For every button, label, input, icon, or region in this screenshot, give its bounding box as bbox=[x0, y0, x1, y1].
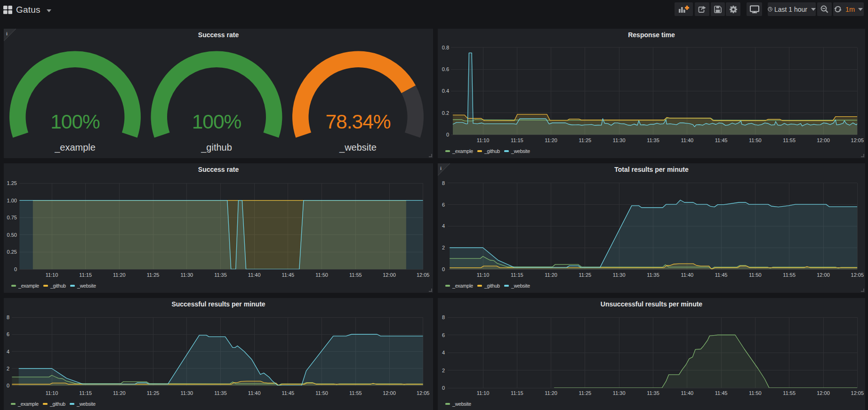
svg-text:_example: _example bbox=[54, 142, 96, 153]
svg-text:11:30: 11:30 bbox=[180, 390, 193, 396]
svg-text:1.25: 1.25 bbox=[7, 180, 17, 186]
svg-text:4: 4 bbox=[7, 349, 9, 354]
svg-text:0: 0 bbox=[14, 266, 17, 272]
svg-text:11:15: 11:15 bbox=[79, 390, 92, 396]
svg-text:11:20: 11:20 bbox=[545, 272, 557, 278]
svg-text:11:45: 11:45 bbox=[715, 390, 728, 396]
svg-text:11:55: 11:55 bbox=[783, 137, 796, 143]
svg-text:4: 4 bbox=[442, 223, 445, 229]
svg-text:11:40: 11:40 bbox=[681, 272, 693, 278]
svg-text:11:10: 11:10 bbox=[477, 390, 490, 396]
svg-text:11:35: 11:35 bbox=[647, 272, 659, 278]
svg-text:11:45: 11:45 bbox=[282, 272, 295, 278]
svg-text:0.50: 0.50 bbox=[7, 232, 17, 238]
svg-text:11:15: 11:15 bbox=[79, 272, 92, 278]
svg-text:11:15: 11:15 bbox=[511, 137, 523, 143]
svg-text:8: 8 bbox=[7, 314, 9, 320]
svg-text:12:05: 12:05 bbox=[417, 390, 430, 396]
svg-text:11:30: 11:30 bbox=[613, 272, 626, 278]
svg-text:12:00: 12:00 bbox=[383, 272, 396, 278]
svg-text:8: 8 bbox=[442, 180, 445, 186]
svg-text:11:55: 11:55 bbox=[783, 272, 796, 278]
svg-text:100%: 100% bbox=[192, 111, 241, 133]
svg-text:2: 2 bbox=[7, 366, 9, 371]
svg-text:6: 6 bbox=[442, 332, 445, 338]
svg-text:11:25: 11:25 bbox=[147, 272, 160, 278]
svg-text:11:10: 11:10 bbox=[46, 390, 58, 396]
svg-text:100%: 100% bbox=[50, 111, 100, 133]
svg-text:11:20: 11:20 bbox=[113, 390, 126, 396]
svg-text:0.6: 0.6 bbox=[442, 66, 449, 72]
svg-text:12:05: 12:05 bbox=[851, 137, 864, 143]
svg-text:6: 6 bbox=[7, 331, 9, 337]
svg-text:0: 0 bbox=[446, 132, 449, 137]
svg-text:_github: _github bbox=[201, 142, 232, 153]
svg-text:12:00: 12:00 bbox=[383, 390, 396, 396]
svg-text:11:20: 11:20 bbox=[113, 272, 126, 278]
svg-text:11:25: 11:25 bbox=[579, 390, 592, 396]
svg-text:11:35: 11:35 bbox=[647, 137, 659, 143]
svg-text:12:05: 12:05 bbox=[851, 390, 864, 396]
svg-text:11:25: 11:25 bbox=[147, 390, 160, 396]
svg-text:11:20: 11:20 bbox=[545, 137, 557, 143]
svg-text:0.2: 0.2 bbox=[442, 110, 449, 116]
svg-text:12:00: 12:00 bbox=[817, 390, 830, 396]
svg-text:11:10: 11:10 bbox=[477, 137, 490, 143]
svg-text:4: 4 bbox=[442, 350, 445, 355]
svg-text:11:50: 11:50 bbox=[749, 390, 762, 396]
svg-text:11:50: 11:50 bbox=[749, 272, 762, 278]
svg-text:11:30: 11:30 bbox=[613, 390, 626, 396]
svg-text:2: 2 bbox=[442, 245, 445, 250]
svg-text:11:15: 11:15 bbox=[511, 272, 523, 278]
svg-text:11:40: 11:40 bbox=[248, 390, 261, 396]
svg-text:0.4: 0.4 bbox=[442, 88, 449, 94]
svg-text:8: 8 bbox=[442, 314, 445, 320]
svg-text:78.34%: 78.34% bbox=[325, 111, 390, 133]
svg-text:_website: _website bbox=[339, 142, 377, 153]
svg-text:11:50: 11:50 bbox=[315, 390, 328, 396]
svg-text:11:35: 11:35 bbox=[647, 390, 659, 396]
svg-text:12:05: 12:05 bbox=[417, 272, 430, 278]
svg-text:11:15: 11:15 bbox=[511, 390, 523, 396]
svg-text:11:25: 11:25 bbox=[579, 137, 592, 143]
svg-text:12:00: 12:00 bbox=[817, 137, 830, 143]
svg-text:1.00: 1.00 bbox=[7, 198, 17, 203]
svg-text:0: 0 bbox=[442, 385, 445, 391]
svg-text:11:35: 11:35 bbox=[214, 272, 227, 278]
svg-text:11:30: 11:30 bbox=[613, 137, 626, 143]
svg-text:11:55: 11:55 bbox=[783, 390, 796, 396]
svg-text:11:10: 11:10 bbox=[46, 272, 58, 278]
svg-text:0.8: 0.8 bbox=[442, 45, 449, 50]
svg-text:11:30: 11:30 bbox=[180, 272, 193, 278]
svg-text:0: 0 bbox=[442, 266, 445, 272]
svg-text:11:40: 11:40 bbox=[681, 390, 693, 396]
svg-text:11:55: 11:55 bbox=[349, 390, 362, 396]
svg-text:11:45: 11:45 bbox=[715, 272, 728, 278]
svg-text:0.75: 0.75 bbox=[7, 215, 17, 220]
svg-text:11:10: 11:10 bbox=[477, 272, 490, 278]
svg-text:11:50: 11:50 bbox=[749, 137, 762, 143]
svg-text:0.25: 0.25 bbox=[7, 249, 17, 255]
svg-text:11:55: 11:55 bbox=[349, 272, 362, 278]
svg-text:12:05: 12:05 bbox=[851, 272, 864, 278]
svg-text:12:00: 12:00 bbox=[817, 272, 830, 278]
svg-text:0: 0 bbox=[7, 383, 9, 388]
svg-text:11:35: 11:35 bbox=[214, 390, 227, 396]
svg-text:11:25: 11:25 bbox=[579, 272, 592, 278]
svg-text:11:40: 11:40 bbox=[681, 137, 693, 143]
svg-text:6: 6 bbox=[442, 202, 445, 208]
svg-text:2: 2 bbox=[442, 368, 445, 373]
svg-text:11:50: 11:50 bbox=[315, 272, 328, 278]
svg-text:11:20: 11:20 bbox=[545, 390, 557, 396]
svg-text:11:45: 11:45 bbox=[282, 390, 295, 396]
svg-text:11:40: 11:40 bbox=[248, 272, 261, 278]
svg-text:11:45: 11:45 bbox=[715, 137, 728, 143]
